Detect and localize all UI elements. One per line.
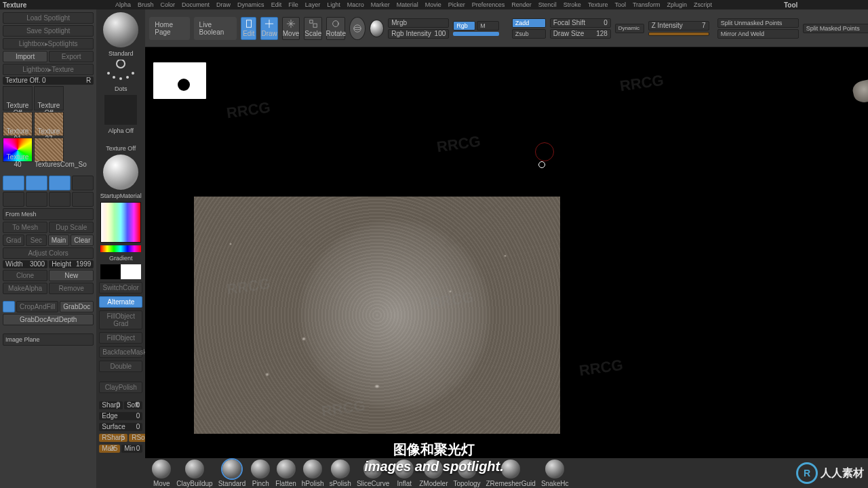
swatch-white[interactable] xyxy=(121,264,141,279)
menu-item[interactable]: Color xyxy=(158,1,178,8)
texture-thumb[interactable]: TexturesCom_So xyxy=(34,138,64,162)
edit-mode-button[interactable]: Edit xyxy=(241,17,256,40)
switchcolor-button[interactable]: SwitchColor xyxy=(99,282,142,293)
menu-item[interactable]: Preferences xyxy=(469,1,508,8)
rgbint-param[interactable]: Rgb Intensity100 xyxy=(388,29,449,39)
sharp-slider[interactable]: Sharp0 xyxy=(99,401,123,409)
op-button[interactable] xyxy=(49,192,71,207)
load-spotlight-button[interactable]: Load Spotlight xyxy=(3,12,94,24)
dynamic-button[interactable]: Dynamic xyxy=(615,24,644,33)
imageplane-header[interactable]: Image Plane xyxy=(3,333,94,346)
menu-item[interactable]: Tool xyxy=(612,1,629,8)
texture-off-slider[interactable]: Texture Off. 0 R xyxy=(3,77,94,85)
material-preview[interactable] xyxy=(103,155,138,190)
menu-item[interactable]: Texture xyxy=(585,1,611,8)
surface-slider[interactable]: Surface0 xyxy=(99,423,142,431)
from-mesh-header[interactable]: From Mesh xyxy=(3,208,94,220)
menu-item[interactable]: Marker xyxy=(368,1,393,8)
op-button[interactable] xyxy=(3,192,24,207)
adjust-colors-button[interactable]: Adjust Colors xyxy=(3,247,94,259)
rotate-mode-button[interactable]: Rotate xyxy=(326,17,345,40)
clear-button[interactable]: Clear xyxy=(71,235,94,246)
double-button[interactable]: Double xyxy=(99,361,142,372)
save-spotlight-button[interactable]: Save Spotlight xyxy=(3,25,94,37)
makealpha-button[interactable]: MakeAlpha xyxy=(3,283,47,294)
cropandfill-button[interactable]: CropAndFill xyxy=(16,301,58,312)
split-unmasked-button[interactable]: Split Unmasked Points xyxy=(717,18,799,28)
menu-item[interactable]: Draw xyxy=(214,1,233,8)
split-masked-button[interactable]: Split Masked Points xyxy=(803,24,868,33)
zadd-button[interactable]: Zadd xyxy=(512,18,546,28)
alpha-off-thumb[interactable] xyxy=(104,95,137,125)
texture-thumb[interactable]: Texture 40 xyxy=(3,138,33,162)
new-button[interactable]: New xyxy=(49,270,94,281)
viewport[interactable]: RRCG RRCG RRCG RRCG RRCG RRCG RRCG xyxy=(145,47,868,458)
menu-item[interactable]: Macro xyxy=(344,1,367,8)
menu-item[interactable]: File xyxy=(285,1,301,8)
move-mode-button[interactable]: Move xyxy=(282,17,300,40)
height-slider[interactable]: Height 1999 xyxy=(49,260,94,268)
sec-button[interactable]: Sec xyxy=(26,235,46,246)
backfacemask-button[interactable]: BackfaceMask xyxy=(99,346,142,358)
lightbox-texture-button[interactable]: Lightbox▸Texture xyxy=(3,64,94,75)
zint-bar[interactable] xyxy=(648,32,709,36)
menu-item[interactable]: Brush xyxy=(135,1,157,8)
liveboolean-tab[interactable]: Live Boolean xyxy=(194,17,237,40)
menu-item[interactable]: Alpha xyxy=(113,1,134,8)
grad-button[interactable]: Grad xyxy=(3,235,24,246)
rgbint-bar[interactable] xyxy=(453,32,499,36)
alternate-button[interactable]: Alternate xyxy=(99,296,142,308)
remove-button[interactable]: Remove xyxy=(49,283,94,294)
export-button[interactable]: Export xyxy=(49,51,94,62)
sculptris-button[interactable] xyxy=(370,20,384,37)
dup-scale-button[interactable]: Dup Scale xyxy=(49,222,94,233)
menu-item[interactable]: Layer xyxy=(302,1,323,8)
brush-preview[interactable] xyxy=(103,12,138,47)
lightbox-spotlights-button[interactable]: Lightbox▸Spotlights xyxy=(3,38,94,49)
menu-item[interactable]: Zscript xyxy=(691,1,715,8)
zsub-button[interactable]: Zsub xyxy=(512,29,546,39)
mirror-weld-button[interactable]: Mirror And Weld xyxy=(717,29,799,39)
menu-item[interactable]: Stroke xyxy=(561,1,584,8)
op-button[interactable] xyxy=(72,192,94,207)
op-button[interactable] xyxy=(3,176,24,190)
width-slider[interactable]: Width 3000 xyxy=(3,260,47,268)
import-button[interactable]: Import xyxy=(3,51,47,62)
mrgb-param[interactable]: Mrgb xyxy=(388,18,449,28)
swatch-black[interactable] xyxy=(100,264,121,279)
crop-toggle[interactable] xyxy=(3,301,15,312)
menu-item[interactable]: Stencil xyxy=(536,1,559,8)
claypolish-button[interactable]: ClayPolish xyxy=(99,382,142,393)
menu-item[interactable]: Material xyxy=(394,1,421,8)
grabdocdepth-button[interactable]: GrabDocAndDepth xyxy=(3,314,94,325)
op-button[interactable] xyxy=(72,176,94,190)
scale-mode-button[interactable]: Scale xyxy=(304,17,322,40)
gyro-button[interactable] xyxy=(349,17,365,40)
op-button[interactable] xyxy=(26,192,47,207)
fillobject-button[interactable]: FillObject xyxy=(99,332,142,344)
menu-item[interactable]: Document xyxy=(179,1,212,8)
menu-item[interactable]: Dynamics xyxy=(235,1,267,8)
menu-item[interactable]: Movie xyxy=(422,1,444,8)
grabdoc-button[interactable]: GrabDoc xyxy=(60,301,94,312)
op-button[interactable] xyxy=(26,176,47,190)
stroke-dots-icon[interactable] xyxy=(104,60,137,83)
menu-item[interactable]: Picker xyxy=(446,1,468,8)
drawsize-param[interactable]: Draw Size128 xyxy=(550,29,611,39)
hue-strip[interactable] xyxy=(100,245,141,252)
draw-mode-button[interactable]: Draw xyxy=(260,17,277,40)
texture-thumb[interactable]: Texture 01 xyxy=(3,112,33,136)
to-mesh-button[interactable]: To Mesh xyxy=(3,222,47,233)
menu-item[interactable]: Light xyxy=(324,1,343,8)
texture-thumb[interactable]: Texture 27 xyxy=(34,112,64,136)
color-picker[interactable] xyxy=(100,202,141,243)
rgb-button[interactable]: Rgb xyxy=(453,21,475,30)
app-menubar[interactable]: Texture Alpha Brush Color Document Draw … xyxy=(0,0,868,9)
menu-item[interactable]: Render xyxy=(509,1,534,8)
fillgrad-button[interactable]: FillObject Grad xyxy=(99,310,142,329)
op-button[interactable] xyxy=(49,176,71,190)
clone-button[interactable]: Clone xyxy=(3,270,47,281)
m-button[interactable]: M xyxy=(477,21,499,30)
focal-param[interactable]: Focal Shift0 xyxy=(550,18,611,28)
edge-slider[interactable]: Edge0 xyxy=(99,412,142,420)
